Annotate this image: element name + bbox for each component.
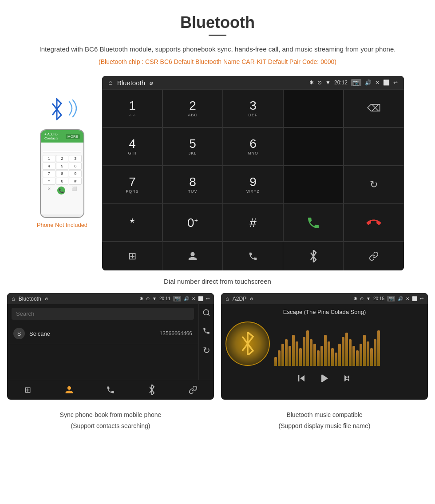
music-bar	[335, 353, 337, 366]
pb-contact-row[interactable]: S Seicane 13566664466	[7, 323, 198, 344]
phone-mockup: + Add to Contacts MORE ___________ 123 4…	[31, 94, 93, 228]
dialer-key-0[interactable]: 0+	[162, 204, 223, 242]
music-bar	[363, 335, 366, 366]
music-bar	[377, 330, 380, 366]
dialer-call-btn[interactable]	[283, 204, 344, 242]
pb-search-input[interactable]	[12, 308, 194, 320]
music-bar	[274, 357, 277, 366]
svg-line-1	[208, 314, 209, 315]
music-bar	[317, 350, 320, 366]
music-prev-btn[interactable]	[295, 372, 308, 387]
bottom-panels: ⌂ Bluetooth ⌀ ✱ ⊙ ▼ 20:11 📷 🔊 ✕ ⬜ ↩	[0, 293, 435, 400]
dialer-volume-icon[interactable]: 🔊	[365, 79, 372, 86]
pb-contact-number: 13566664466	[160, 330, 192, 337]
music-bar	[360, 344, 362, 366]
pb-bottom-contacts-active[interactable]	[48, 385, 90, 395]
pb-call-sidebar-icon[interactable]	[202, 327, 210, 337]
dialer-time: 20:12	[334, 79, 348, 86]
pb-refresh-sidebar-icon[interactable]: ↻	[203, 345, 210, 356]
dialer-key-6[interactable]: 6MNO	[223, 127, 283, 166]
music-play-pause-btn[interactable]	[318, 372, 331, 387]
pb-bottom-link[interactable]	[173, 385, 214, 395]
dialer-key-2[interactable]: 2ABC	[162, 89, 223, 127]
dialer-close-icon[interactable]: ✕	[375, 79, 380, 86]
music-home-icon[interactable]: ⌂	[225, 295, 229, 302]
dialer-key-9[interactable]: 9WXYZ	[223, 166, 283, 204]
music-bar	[331, 348, 334, 366]
dialer-bottom-dialpad[interactable]: ⊞	[102, 242, 162, 270]
pb-vol-icon[interactable]: 🔊	[184, 296, 189, 301]
pb-contact-letter: S	[13, 328, 25, 339]
pb-bottom-dialpad[interactable]: ⊞	[7, 385, 48, 395]
bt-specs: (Bluetooth chip : CSR BC6 Default Blueto…	[0, 58, 435, 65]
dialer-bottom-contacts[interactable]	[162, 242, 223, 270]
dialer-grid: 1∽∽ 2ABC 3DEF ⌫ 4GHI 5JKL 6MNO	[102, 89, 404, 242]
phone-top-bar: + Add to Contacts MORE	[41, 130, 83, 143]
music-title: A2DP	[233, 296, 246, 302]
pb-caption: Sync phone-book from mobile phone (Suppo…	[7, 407, 214, 433]
music-next-btn[interactable]	[341, 372, 354, 387]
dialer-bottom-phone[interactable]	[223, 242, 283, 270]
svg-point-0	[203, 310, 209, 315]
dialer-back-icon[interactable]: ↩	[393, 79, 398, 86]
dialer-bottom-link[interactable]	[344, 242, 404, 270]
music-x-icon[interactable]: ✕	[406, 296, 409, 301]
music-bar	[374, 339, 376, 366]
phone-screen: ___________ 123 456 789 *0# ✕ 📞 ⬜	[41, 143, 83, 214]
pb-main: S Seicane 13566664466	[7, 304, 198, 380]
pb-location-icon: ⊙	[146, 296, 150, 301]
music-time: 20:15	[373, 296, 384, 301]
dialer-display	[283, 89, 344, 127]
pb-search-sidebar-icon[interactable]	[202, 309, 210, 319]
music-vol-icon[interactable]: 🔊	[398, 296, 403, 301]
pb-home-icon[interactable]: ⌂	[12, 295, 15, 302]
music-camera-icon[interactable]: 📷	[387, 296, 395, 302]
dialer-key-1[interactable]: 1∽∽	[102, 89, 162, 127]
pb-signal-icon: ▼	[152, 296, 157, 301]
pb-win-icon[interactable]: ⬜	[198, 296, 203, 301]
phone-body: + Add to Contacts MORE ___________ 123 4…	[40, 129, 84, 218]
dialer-end-btn[interactable]	[344, 204, 404, 242]
pb-usb-icon: ⌀	[45, 296, 48, 302]
dialer-key-5[interactable]: 5JKL	[162, 127, 223, 166]
dialer-usb-icon: ⌀	[150, 79, 153, 86]
dialer-window-icon[interactable]: ⬜	[383, 79, 390, 86]
main-section: + Add to Contacts MORE ___________ 123 4…	[0, 76, 435, 270]
pb-sidebar: ↻	[198, 304, 214, 380]
music-content: Escape (The Pina Colada Song)	[221, 304, 428, 396]
music-bar	[320, 346, 323, 366]
dialer-backspace-btn[interactable]: ⌫	[344, 89, 404, 127]
pb-back-icon[interactable]: ↩	[206, 296, 210, 301]
music-bar	[342, 337, 344, 366]
music-bar	[370, 348, 373, 366]
dialer-key-7[interactable]: 7PQRS	[102, 166, 162, 204]
music-panel: ⌂ A2DP ⌀ ✱ ⊙ ▼ 20:15 📷 🔊 ✕ ⬜ ↩ Escape (T…	[221, 293, 428, 400]
phone-not-included-label: Phone Not Included	[37, 222, 87, 228]
pb-camera-icon[interactable]: 📷	[173, 296, 181, 302]
dialer-home-icon[interactable]: ⌂	[108, 79, 113, 87]
music-statusbar: ⌂ A2DP ⌀ ✱ ⊙ ▼ 20:15 📷 🔊 ✕ ⬜ ↩	[221, 293, 428, 304]
dialer-redial-btn[interactable]: ↻	[344, 166, 404, 204]
dialer-key-star[interactable]: *	[102, 204, 162, 242]
pb-x-icon[interactable]: ✕	[192, 296, 195, 301]
dialer-key-3[interactable]: 3DEF	[223, 89, 283, 127]
dialer-key-4[interactable]: 4GHI	[102, 127, 162, 166]
dialer-bottom-bt[interactable]	[283, 242, 344, 270]
pb-caption-text2: (Support contacts searching)	[7, 421, 214, 431]
music-bar	[324, 335, 327, 366]
music-bar	[296, 341, 298, 366]
pb-statusbar: ⌂ Bluetooth ⌀ ✱ ⊙ ▼ 20:11 📷 🔊 ✕ ⬜ ↩	[7, 293, 214, 304]
dialer-camera-icon[interactable]: 📷	[351, 79, 361, 86]
music-bar	[281, 344, 284, 366]
pb-caption-text: Sync phone-book from mobile phone	[7, 410, 214, 420]
pb-bottom-bt[interactable]	[131, 385, 173, 395]
music-bar	[352, 346, 355, 366]
music-bar	[285, 339, 288, 366]
music-song-name: Escape (The Pina Colada Song)	[283, 309, 366, 315]
dialer-key-8[interactable]: 8TUV	[162, 166, 223, 204]
music-back-icon[interactable]: ↩	[420, 296, 423, 301]
signal-arcs-icon	[66, 97, 80, 122]
music-win-icon[interactable]: ⬜	[412, 296, 417, 301]
dialer-key-hash[interactable]: #	[223, 204, 283, 242]
pb-bottom-phone[interactable]	[90, 385, 131, 395]
